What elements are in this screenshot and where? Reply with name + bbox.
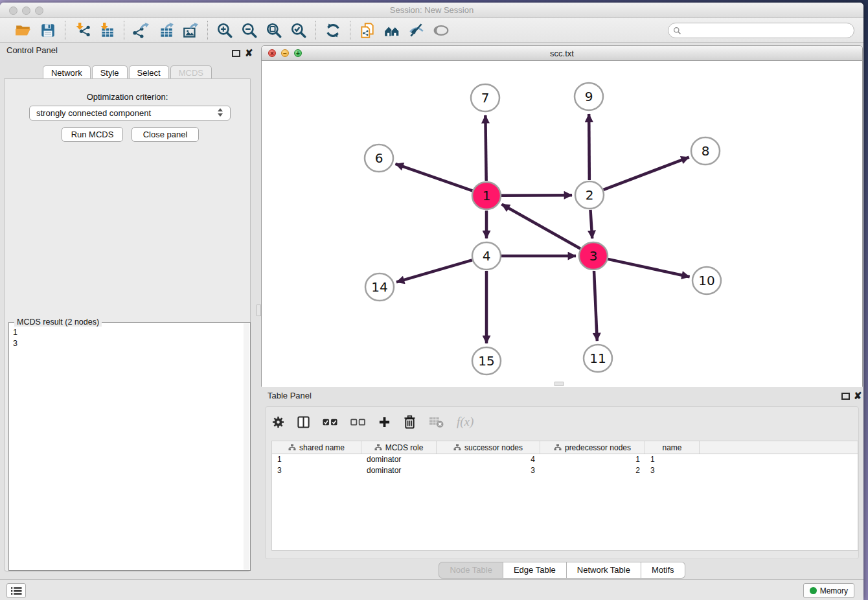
edge-1-to-7[interactable] xyxy=(485,115,486,181)
tab-edge-table[interactable]: Edge Table xyxy=(503,562,567,579)
zoom-fit-button[interactable] xyxy=(265,21,283,40)
open-folder-button[interactable] xyxy=(14,21,32,40)
export-table-button[interactable] xyxy=(157,21,175,40)
show-eye-button[interactable] xyxy=(432,21,450,40)
memory-status-dot xyxy=(810,587,817,594)
mcds-result-box: MCDS result (2 nodes) 1 3 xyxy=(8,322,251,571)
edge-1-to-6[interactable] xyxy=(395,164,472,191)
zoom-selected-button[interactable] xyxy=(290,21,308,40)
select-all-checkboxes-icon[interactable] xyxy=(323,418,337,426)
edge-2-to-9[interactable] xyxy=(589,114,589,180)
close-panel-button[interactable]: Close panel xyxy=(131,127,199,142)
svg-text:9: 9 xyxy=(585,89,593,104)
table-cell[interactable]: 1 xyxy=(645,454,700,465)
graph-node-3[interactable]: 3 xyxy=(579,242,608,270)
search-input[interactable] xyxy=(681,26,854,35)
column-header-MCDS-role[interactable]: MCDS role xyxy=(361,441,437,454)
tab-node-table[interactable]: Node Table xyxy=(439,562,503,579)
svg-text:7: 7 xyxy=(481,90,490,106)
table-cell[interactable]: dominator xyxy=(361,454,437,465)
control-panel-close-button[interactable]: ✘ xyxy=(245,49,253,56)
graph-node-10[interactable]: 10 xyxy=(692,267,721,294)
table-settings-gear-icon[interactable] xyxy=(272,416,284,428)
run-mcds-button[interactable]: Run MCDS xyxy=(62,127,123,142)
search-box[interactable] xyxy=(668,23,854,38)
column-header-successor-nodes[interactable]: successor nodes xyxy=(437,441,540,454)
refresh-button[interactable] xyxy=(324,21,342,40)
import-network-button[interactable] xyxy=(73,21,91,40)
export-image-icon xyxy=(182,22,199,39)
tab-network-table[interactable]: Network Table xyxy=(567,562,641,579)
memory-label: Memory xyxy=(820,586,848,595)
export-image-button[interactable] xyxy=(181,21,200,40)
table-panel-tabs: Node TableEdge TableNetwork TableMotifs xyxy=(261,562,863,579)
table-cell[interactable]: 3 xyxy=(272,465,361,476)
graph-node-15[interactable]: 15 xyxy=(472,347,501,375)
column-header-predecessor-nodes[interactable]: predecessor nodes xyxy=(540,441,645,454)
table-cell[interactable]: 1 xyxy=(272,454,361,465)
svg-text:2: 2 xyxy=(586,187,594,203)
table-cell[interactable]: 2 xyxy=(540,465,645,476)
mcds-result-text[interactable]: 1 3 xyxy=(9,325,242,568)
graph-node-7[interactable]: 7 xyxy=(471,84,499,111)
column-view-icon[interactable] xyxy=(297,416,310,428)
mcds-result-scrollbar[interactable] xyxy=(244,323,249,570)
edge-3-to-10[interactable] xyxy=(608,259,689,277)
save-icon xyxy=(40,22,56,39)
edge-4-to-14[interactable] xyxy=(396,260,472,282)
network-graph-canvas[interactable]: 7968124314101511 xyxy=(262,61,862,387)
left-splitter-grip[interactable] xyxy=(257,305,261,316)
control-panel-float-button[interactable] xyxy=(232,50,240,57)
graph-node-8[interactable]: 8 xyxy=(691,137,720,165)
search-icon xyxy=(673,27,681,35)
delete-trash-icon[interactable] xyxy=(404,415,416,429)
deselect-all-checkboxes-icon[interactable] xyxy=(350,418,365,426)
edge-2-to-8[interactable] xyxy=(604,157,689,190)
import-table-button[interactable] xyxy=(98,21,116,40)
graph-node-6[interactable]: 6 xyxy=(365,144,393,172)
criterion-dropdown[interactable]: strongly connected component xyxy=(29,106,231,121)
table-cell[interactable]: 3 xyxy=(645,465,700,476)
mcds-panel: Optimization criterion: strongly connect… xyxy=(4,78,251,571)
edge-3-to-1[interactable] xyxy=(502,204,580,248)
hide-ui-eye-button[interactable] xyxy=(407,21,426,40)
table-cell[interactable]: 1 xyxy=(540,454,645,465)
duplicate-network-button[interactable] xyxy=(358,21,376,40)
edge-3-to-11[interactable] xyxy=(594,271,597,341)
network-window-titlebar[interactable]: × − + scc.txt xyxy=(262,46,862,61)
tab-motifs[interactable]: Motifs xyxy=(641,562,685,579)
table-panel-float-button[interactable] xyxy=(841,393,850,400)
export-table-icon xyxy=(157,22,174,39)
table-cell[interactable]: 3 xyxy=(437,465,540,476)
edge-2-to-3[interactable] xyxy=(590,210,592,238)
task-history-button[interactable] xyxy=(6,583,26,598)
graph-node-4[interactable]: 4 xyxy=(472,242,501,270)
zoom-fit-icon xyxy=(266,22,282,39)
add-column-icon[interactable] xyxy=(378,416,391,428)
bottom-splitter-grip[interactable] xyxy=(554,382,564,386)
svg-text:15: 15 xyxy=(478,353,494,369)
home-button[interactable] xyxy=(383,21,401,40)
graph-node-2[interactable]: 2 xyxy=(575,181,604,209)
table-cell[interactable]: 4 xyxy=(437,454,540,465)
column-header-name[interactable]: name xyxy=(645,441,700,454)
graph-node-1[interactable]: 1 xyxy=(472,182,501,209)
graph-node-9[interactable]: 9 xyxy=(575,83,603,110)
svg-text:1: 1 xyxy=(483,188,491,203)
table-row[interactable]: 3dominator323 xyxy=(272,465,858,476)
zoom-in-button[interactable] xyxy=(216,21,234,40)
save-button[interactable] xyxy=(39,21,57,40)
memory-button[interactable]: Memory xyxy=(803,583,854,598)
svg-text:10: 10 xyxy=(698,273,714,288)
table-panel-body: f(x) shared nameMCDS rolesuccessor nodes… xyxy=(265,406,859,559)
zoom-out-button[interactable] xyxy=(240,21,258,40)
show-eye-icon xyxy=(433,22,450,39)
table-row[interactable]: 1dominator411 xyxy=(272,454,858,465)
graph-node-11[interactable]: 11 xyxy=(584,345,612,372)
table-cell[interactable]: dominator xyxy=(361,465,437,476)
export-network-button[interactable] xyxy=(132,21,150,40)
column-header-shared-name[interactable]: shared name xyxy=(272,441,361,454)
table-panel-close-button[interactable]: ✘ xyxy=(854,392,862,399)
graph-node-14[interactable]: 14 xyxy=(365,273,394,301)
edge-1-to-2[interactable] xyxy=(501,195,572,196)
